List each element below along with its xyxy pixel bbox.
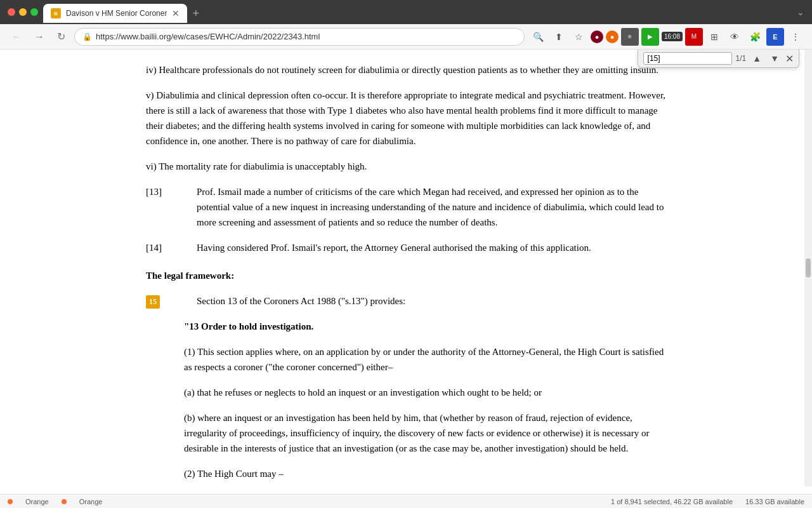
tab-title: Davison v HM Senior Coroner: [66, 9, 167, 18]
quote-block: "13 Order to hold investigation. (1) Thi…: [184, 319, 666, 481]
para-14-number: [14]: [146, 240, 197, 255]
refresh-button[interactable]: ↻: [53, 29, 69, 44]
extension-icon-3[interactable]: ≡: [621, 28, 639, 46]
paragraph-v: v) Diabulimia and clinical depression of…: [146, 88, 666, 149]
window-expand-icon: ⌄: [797, 7, 804, 17]
status-dot-1: [8, 499, 13, 504]
bookmark-icon[interactable]: ☆: [570, 28, 588, 46]
tab-close-button[interactable]: ✕: [172, 9, 180, 18]
extension-puzzle-icon[interactable]: 🧩: [746, 28, 764, 46]
new-tab-button[interactable]: +: [190, 4, 202, 23]
legal-framework-heading: The legal framework:: [146, 268, 666, 283]
url-input[interactable]: [96, 32, 516, 41]
back-button[interactable]: ←: [8, 30, 25, 44]
extension-icon-2[interactable]: ●: [606, 30, 619, 43]
eye-icon[interactable]: 👁: [726, 28, 743, 46]
extension-icon-1[interactable]: ●: [591, 30, 603, 43]
find-close-button[interactable]: ✕: [785, 53, 794, 65]
tab-favicon: B: [51, 8, 61, 18]
status-label-1: Orange: [25, 498, 49, 505]
window-controls: [8, 8, 38, 16]
para-13-body: Prof. Ismail made a number of criticisms…: [197, 184, 666, 230]
scrollbar-thumb[interactable]: [806, 258, 811, 277]
scrollbar[interactable]: [804, 50, 812, 486]
find-count: 1/1: [736, 54, 747, 63]
menu-icon[interactable]: ⋮: [787, 28, 804, 46]
toolbar-icons: 🔍 ⬆ ☆ ● ● ≡ ▶ 16:08 M ⊞ 👁 🧩 E ⋮: [530, 28, 804, 46]
title-bar: B Davison v HM Senior Coroner ✕ + ⌄: [0, 0, 812, 24]
title-bar-right: ⌄: [797, 7, 804, 17]
paragraph-iv-text: iv) Healthcare professionals do not rout…: [146, 65, 658, 75]
quote-subsection-b: (b) where an inquest or an investigation…: [184, 410, 666, 456]
maximize-button[interactable]: [30, 8, 38, 16]
para-14-body: Having considered Prof. Ismail's report,…: [197, 240, 666, 255]
time-badge: 16:08: [662, 32, 683, 41]
extension-icon-5[interactable]: M: [685, 28, 703, 46]
status-storage: 16.33 GB available: [745, 498, 804, 505]
share-icon[interactable]: ⬆: [550, 28, 568, 46]
extension-icon-6[interactable]: ⊞: [705, 28, 723, 46]
paragraph-15: 15 Section 13 of the Coroners Act 1988 (…: [146, 293, 666, 309]
para-13-number: [13]: [146, 184, 197, 230]
toolbar: ← → ↻ 🔒 🔍 ⬆ ☆ ● ● ≡ ▶ 16:08 M ⊞ 👁 🧩 E ⋮: [0, 24, 812, 50]
find-bar: 1/1 ▲ ▼ ✕: [638, 50, 799, 68]
quote-subsection-1: (1) This section applies where, on an ap…: [184, 344, 666, 375]
paragraph-vi-text: vi) The mortality rate for diabulimia is…: [146, 161, 367, 171]
extension-icon-e[interactable]: E: [766, 28, 784, 46]
paragraph-v-text: v) Diabulimia and clinical depression of…: [146, 90, 665, 146]
close-button[interactable]: [8, 8, 15, 16]
extension-icon-4[interactable]: ▶: [641, 28, 659, 46]
tab-bar: B Davison v HM Senior Coroner ✕ +: [43, 1, 792, 23]
status-label-2: Orange: [79, 498, 103, 505]
status-dot-2: [62, 499, 67, 504]
status-bar: Orange Orange 1 of 8,941 selected, 46.22…: [0, 494, 812, 508]
status-text: 1 of 8,941 selected, 46.22 GB available: [611, 498, 733, 505]
page-wrapper: 1/1 ▲ ▼ ✕ iv) Healthcare professionals d…: [0, 50, 812, 486]
para-15-number: 15: [146, 293, 197, 309]
address-bar[interactable]: 🔒: [74, 28, 525, 46]
browser-chrome: B Davison v HM Senior Coroner ✕ + ⌄ ← → …: [0, 0, 812, 50]
quote-subsection-2: (2) The High Court may –: [184, 466, 666, 481]
find-input[interactable]: [643, 52, 732, 65]
paragraph-vi: vi) The mortality rate for diabulimia is…: [146, 159, 666, 174]
quote-heading: "13 Order to hold investigation.: [184, 319, 666, 334]
page-content: iv) Healthcare professionals do not rout…: [121, 50, 691, 481]
find-previous-button[interactable]: ▲: [750, 52, 764, 65]
para-15-body: Section 13 of the Coroners Act 1988 ("s.…: [197, 293, 666, 309]
forward-button[interactable]: →: [30, 30, 48, 44]
search-extension-icon[interactable]: 🔍: [530, 28, 547, 46]
paragraph-iv: iv) Healthcare professionals do not rout…: [146, 62, 666, 77]
active-tab[interactable]: B Davison v HM Senior Coroner ✕: [43, 4, 187, 23]
minimize-button[interactable]: [19, 8, 27, 16]
quote-subsection-a: (a) that he refuses or neglects to hold …: [184, 385, 666, 400]
paragraph-13: [13] Prof. Ismail made a number of criti…: [146, 184, 666, 230]
paragraph-14: [14] Having considered Prof. Ismail's re…: [146, 240, 666, 255]
find-next-button[interactable]: ▼: [768, 52, 782, 65]
para-15-badge: 15: [146, 295, 160, 309]
lock-icon: 🔒: [82, 32, 92, 41]
